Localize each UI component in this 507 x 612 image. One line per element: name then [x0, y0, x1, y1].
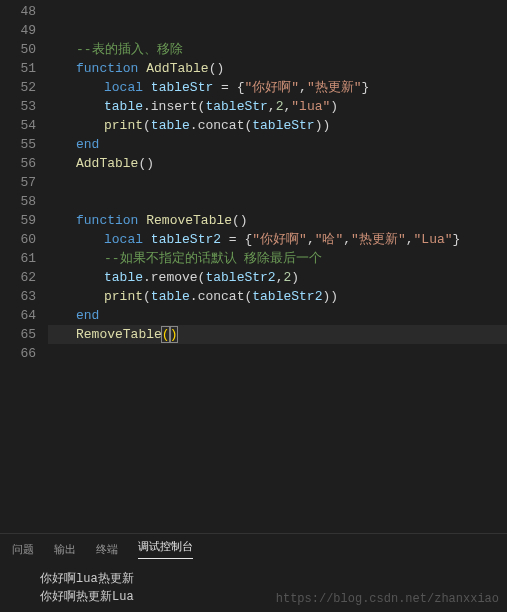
code-line: [48, 2, 507, 21]
code-line: local tableStr = {"你好啊","热更新"}: [48, 78, 507, 97]
code-line: table.insert(tableStr,2,"lua"): [48, 97, 507, 116]
output-line: 你好啊lua热更新: [40, 570, 507, 588]
code-line-active: RemoveTable(): [48, 325, 507, 344]
code-line: --如果不指定的话默认 移除最后一个: [48, 249, 507, 268]
code-editor[interactable]: 48495051525354555657585960616263646566 -…: [0, 0, 507, 490]
tab-problems[interactable]: 问题: [12, 542, 34, 557]
code-line: table.remove(tableStr2,2): [48, 268, 507, 287]
code-line: AddTable(): [48, 154, 507, 173]
code-line: end: [48, 306, 507, 325]
code-line: function AddTable(): [48, 59, 507, 78]
watermark-url: https://blog.csdn.net/zhanxxiao: [276, 592, 499, 606]
code-line: print(table.concat(tableStr)): [48, 116, 507, 135]
code-line: function RemoveTable(): [48, 211, 507, 230]
tab-output[interactable]: 输出: [54, 542, 76, 557]
code-line: --表的插入、移除: [48, 40, 507, 59]
tab-terminal[interactable]: 终端: [96, 542, 118, 557]
code-line: [48, 344, 507, 363]
code-line: [48, 21, 507, 40]
tab-debug-console[interactable]: 调试控制台: [138, 539, 193, 559]
code-line: [48, 192, 507, 211]
code-line: print(table.concat(tableStr2)): [48, 287, 507, 306]
code-line: end: [48, 135, 507, 154]
code-line: local tableStr2 = {"你好啊","哈","热更新","Lua"…: [48, 230, 507, 249]
code-line: [48, 173, 507, 192]
panel-tabs: 问题 输出 终端 调试控制台: [0, 534, 507, 564]
line-gutter: 48495051525354555657585960616263646566: [0, 0, 48, 490]
code-area[interactable]: --表的插入、移除 function AddTable() local tabl…: [48, 0, 507, 490]
